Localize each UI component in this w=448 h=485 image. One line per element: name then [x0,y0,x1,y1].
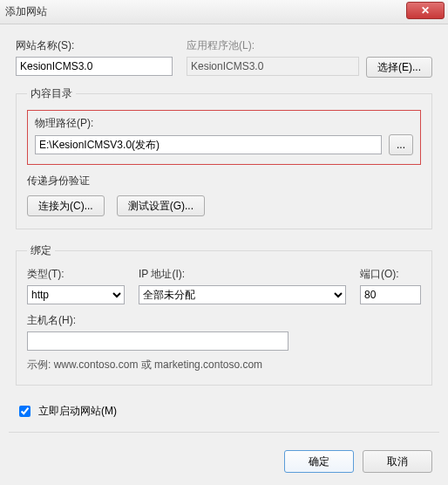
start-now-label: 立即启动网站(M) [38,404,117,419]
cancel-button[interactable]: 取消 [363,450,432,473]
select-app-pool-button[interactable]: 选择(E)... [366,57,432,78]
app-pool-input [187,57,359,76]
binding-group: 绑定 类型(T): http IP 地址(I): 全部未分配 端口(O): 主机… [16,243,432,386]
close-button[interactable]: ✕ [406,2,445,19]
content-directory-group: 内容目录 物理路径(P): ... 传递身份验证 连接为(C)... 测试设置(… [16,86,432,229]
hostname-input[interactable] [27,331,288,351]
site-name-input[interactable] [16,57,173,76]
site-name-label: 网站名称(S): [16,38,173,53]
app-pool-label: 应用程序池(L): [187,38,432,53]
ip-label: IP 地址(I): [139,267,346,282]
port-input[interactable] [360,285,421,304]
content-directory-legend: 内容目录 [27,86,76,101]
type-label: 类型(T): [27,267,125,282]
physical-path-highlight: 物理路径(P): ... [27,110,421,165]
connect-as-button[interactable]: 连接为(C)... [27,195,105,216]
dialog-footer: 确定 取消 [284,450,432,473]
ip-select[interactable]: 全部未分配 [139,285,346,304]
hostname-example: 示例: www.contoso.com 或 marketing.contoso.… [27,358,421,372]
physical-path-label: 物理路径(P): [35,116,413,131]
start-now-checkbox[interactable] [19,406,31,417]
hostname-label: 主机名(H): [27,313,421,328]
dialog-content: 网站名称(S): 应用程序池(L): 选择(E)... 内容目录 物理路径(P)… [0,24,448,386]
passthrough-auth-label: 传递身份验证 [27,174,421,188]
window-title: 添加网站 [5,4,47,19]
binding-legend: 绑定 [27,243,55,258]
test-settings-button[interactable]: 测试设置(G)... [117,195,205,216]
physical-path-input[interactable] [35,135,382,154]
browse-button[interactable]: ... [389,134,413,155]
port-label: 端口(O): [360,267,421,282]
titlebar: 添加网站 ✕ [0,0,448,24]
type-select[interactable]: http [27,285,125,304]
ok-button[interactable]: 确定 [284,450,354,473]
